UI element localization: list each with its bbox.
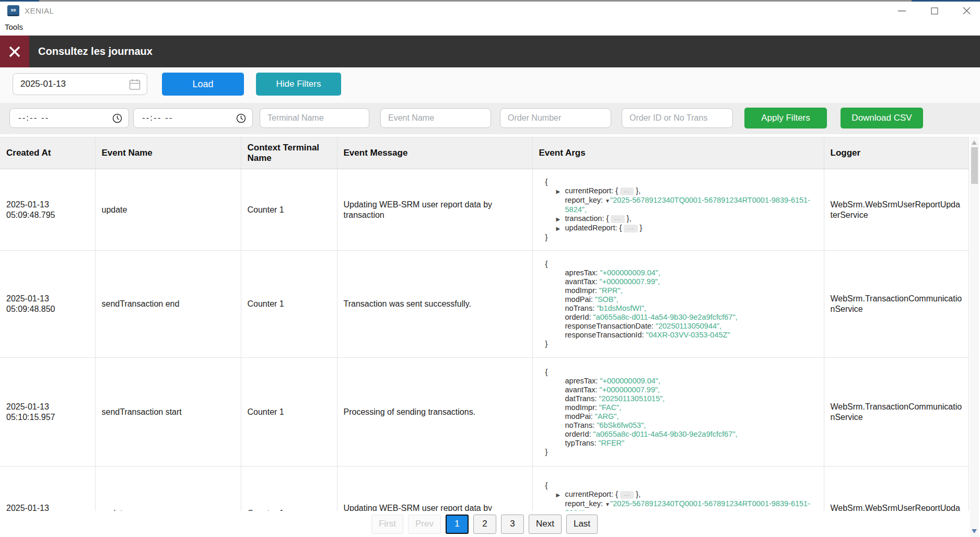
- json-string-value: "RFER": [598, 439, 624, 447]
- menu-bar: Tools: [0, 20, 980, 36]
- calendar-icon[interactable]: [129, 78, 141, 90]
- event-name-input[interactable]: [380, 108, 491, 128]
- close-icon[interactable]: [963, 7, 971, 15]
- json-key: modImpr: [565, 286, 595, 295]
- filter-band: --:-- -- --:-- -- Apply Filters Download…: [0, 103, 980, 134]
- column-header-event-message: Event Message: [337, 137, 532, 169]
- json-key: report_key: [565, 499, 601, 508]
- app-title: XENIAL: [25, 6, 54, 15]
- json-plain: {: [545, 260, 548, 268]
- json-string-value: "+000000007.99",: [600, 277, 660, 286]
- scrollbar-thumb[interactable]: [971, 147, 978, 184]
- vertical-scrollbar[interactable]: [970, 137, 979, 537]
- pagination-last[interactable]: Last: [566, 515, 598, 534]
- json-collapsed-pill[interactable]: ...: [611, 215, 624, 223]
- apply-filters-button[interactable]: Apply Filters: [744, 108, 827, 129]
- json-plain: :: [595, 403, 599, 412]
- hide-filters-button[interactable]: Hide Filters: [256, 73, 341, 96]
- json-plain: :: [592, 421, 597, 429]
- json-toggle-icon[interactable]: ▶: [556, 187, 565, 196]
- logs-table: Created AtEvent NameContext Terminal Nam…: [0, 137, 969, 511]
- json-plain: {: [545, 368, 548, 376]
- table-body: 2025-01-1305:09:48.795updateCounter 1Upd…: [0, 169, 969, 511]
- clock-icon: [236, 113, 246, 123]
- json-collapsed-pill[interactable]: ...: [620, 491, 634, 499]
- json-collapsed-pill[interactable]: ...: [624, 225, 637, 232]
- json-plain: },: [625, 214, 632, 223]
- json-plain: :: [651, 322, 656, 330]
- table-row: 2025-01-1305:09:48.795updateCounter 1Upd…: [0, 169, 969, 251]
- json-toggle-icon[interactable]: ▶: [556, 215, 565, 224]
- json-key: modPai: [565, 295, 591, 303]
- json-key: modPai: [565, 412, 591, 421]
- json-key: responseTransactionId: [565, 331, 642, 339]
- cell-logger: WebSrm.WebSrmUserReportUpdaterService: [824, 169, 969, 251]
- json-plain: :: [596, 386, 600, 394]
- json-key: orderId: [565, 313, 589, 321]
- json-plain: : {: [615, 224, 624, 232]
- json-key: avantTax: [565, 386, 596, 394]
- menu-item-tools[interactable]: Tools: [0, 20, 28, 34]
- cell-message: Updating WEB-SRM user report data by tra…: [337, 169, 532, 251]
- pagination-2[interactable]: 2: [473, 515, 496, 534]
- column-header-event-name: Event Name: [95, 137, 241, 169]
- pagination-first[interactable]: First: [371, 515, 403, 534]
- json-key: orderId: [565, 430, 589, 438]
- json-string-value: "FAC",: [599, 403, 622, 412]
- cell-terminal: Counter 1: [241, 466, 337, 511]
- scroll-up-icon[interactable]: [972, 141, 977, 145]
- order-id-input[interactable]: [622, 108, 733, 128]
- json-plain: : {: [611, 490, 620, 498]
- download-csv-button[interactable]: Download CSV: [841, 108, 923, 129]
- json-toggle-icon[interactable]: ▶: [556, 224, 565, 233]
- cell-args: {▶currentReport: { ... },report_key: ▼"2…: [532, 169, 824, 251]
- order-number-input[interactable]: [500, 108, 611, 128]
- pagination-3[interactable]: 3: [501, 515, 524, 534]
- pagination-next[interactable]: Next: [529, 515, 562, 534]
- cell-terminal: Counter 1: [241, 169, 337, 251]
- date-value: 2025-01-13: [20, 79, 129, 89]
- json-key: transaction: [565, 214, 602, 223]
- json-collapsed-pill[interactable]: ...: [620, 188, 634, 195]
- pagination-1[interactable]: 1: [446, 515, 469, 534]
- load-button[interactable]: Load: [162, 73, 244, 96]
- pagination-bar: FirstPrev123NextLast: [0, 511, 969, 537]
- json-toggle-icon[interactable]: ▼: [605, 501, 610, 507]
- json-key: currentReport: [565, 490, 612, 498]
- json-plain: :: [592, 304, 597, 312]
- time-from-input[interactable]: --:-- --: [9, 108, 129, 128]
- cell-args: {apresTax: "+000000009.04",avantTax: "+0…: [532, 358, 824, 466]
- json-string-value: "RPR",: [599, 286, 623, 295]
- scroll-down-icon[interactable]: [972, 529, 977, 533]
- table-header-row: Created AtEvent NameContext Terminal Nam…: [0, 137, 969, 169]
- json-string-value: "+000000007.99",: [600, 386, 660, 394]
- time-to-input[interactable]: --:-- --: [133, 108, 253, 128]
- json-plain: :: [601, 196, 605, 204]
- column-header-created-at: Created At: [0, 137, 95, 169]
- json-plain: :: [641, 331, 646, 339]
- json-plain: }: [545, 340, 548, 348]
- json-key: datTrans: [565, 394, 595, 403]
- json-plain: }: [545, 448, 548, 456]
- table-row: 2025-01-1305:09:48.795updateCounter 1Upd…: [0, 466, 969, 511]
- clock-icon: [112, 113, 122, 123]
- json-plain: },: [634, 186, 640, 195]
- minimize-icon[interactable]: [898, 7, 906, 15]
- table-row: 2025-01-1305:10:15.957sendTransaction st…: [0, 358, 969, 466]
- terminal-name-input[interactable]: [260, 108, 369, 128]
- close-panel-button[interactable]: [0, 36, 29, 67]
- cell-created-at: 2025-01-1305:09:48.850: [0, 251, 95, 358]
- json-string-value: "20250113051015",: [599, 394, 664, 403]
- json-plain: :: [589, 430, 593, 438]
- cell-message: Transaction was sent successfully.: [337, 251, 532, 358]
- cell-event-name: sendTransaction end: [95, 251, 241, 358]
- json-toggle-icon[interactable]: ▼: [605, 198, 610, 204]
- json-plain: : {: [611, 186, 620, 195]
- date-input[interactable]: 2025-01-13: [13, 73, 147, 95]
- json-toggle-icon[interactable]: ▶: [556, 491, 565, 499]
- cell-created-at: 2025-01-1305:10:15.957: [0, 358, 95, 466]
- json-plain: },: [634, 490, 640, 498]
- window-titlebar: xe XENIAL: [0, 2, 980, 20]
- pagination-prev[interactable]: Prev: [408, 515, 441, 534]
- maximize-icon[interactable]: [930, 7, 938, 15]
